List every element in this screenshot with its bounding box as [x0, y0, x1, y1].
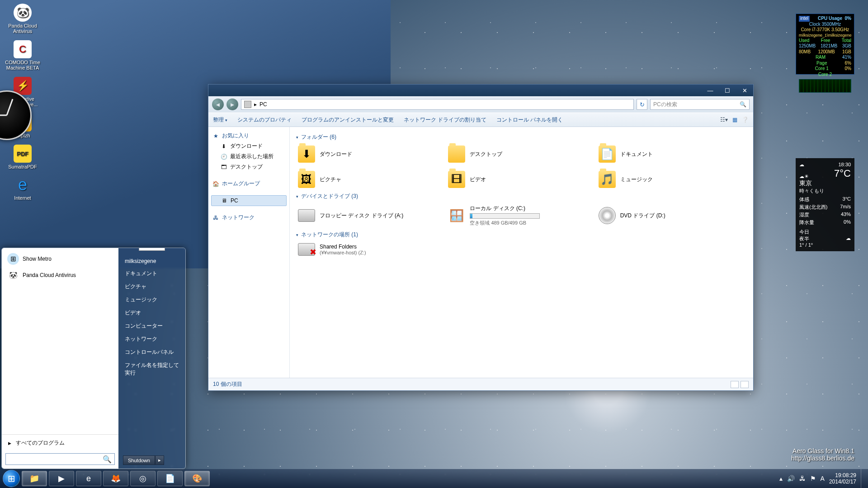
start-link[interactable]: ピクチャ: [123, 280, 181, 293]
nav-row: ◄ ► ▸ PC ↻ PCの検索 🔍: [208, 96, 753, 113]
taskbar-wmp[interactable]: ▶: [49, 471, 74, 486]
weather-line: 降水量0%: [799, 219, 851, 226]
sidebar-pc[interactable]: 🖥PC: [211, 195, 287, 206]
start-app[interactable]: 🐼Panda Cloud Antivirus: [4, 267, 117, 283]
sidebar-network[interactable]: 🖧ネットワーク: [211, 212, 287, 223]
volume-icon[interactable]: 🔊: [787, 475, 795, 482]
folder-icon: 🎞: [448, 171, 465, 188]
sidebar: ★お気に入り ⬇ダウンロード🕘最近表示した場所🗔デスクトップ 🏠ホームグループ …: [208, 127, 290, 378]
desktop-icon[interactable]: eInternet: [3, 174, 42, 205]
item-label: Shared Folders: [320, 244, 366, 250]
view-options-icon[interactable]: ☷▾: [720, 117, 728, 123]
folder-item[interactable]: 📄ドキュメント: [597, 144, 747, 164]
shutdown-button[interactable]: Shutdown: [123, 455, 155, 465]
close-button[interactable]: ✕: [736, 84, 753, 96]
user-tile[interactable]: 👤: [139, 248, 165, 251]
view-buttons[interactable]: [731, 381, 749, 388]
start-link[interactable]: コントロールパネル: [123, 346, 181, 359]
desktop-icon[interactable]: 🐼Panda CloudAntivirus: [3, 2, 42, 38]
weather-line: 湿度43%: [799, 211, 851, 218]
section-network[interactable]: ネットワークの場所 (1): [296, 228, 747, 241]
titlebar[interactable]: — ☐ ✕: [208, 84, 753, 96]
folder-icon: 🖼: [298, 171, 315, 188]
tb-sysprop[interactable]: システムのプロパティ: [237, 116, 292, 124]
item-sub: (¥¥vmware-host) (Z:): [320, 250, 366, 255]
toolbar: 整理 システムのプロパティ プログラムのアンインストールと変更 ネットワーク ド…: [208, 113, 753, 127]
app-label: Panda Cloud Antivirus: [23, 272, 76, 278]
section-folders[interactable]: フォルダー (6): [296, 131, 747, 144]
organize-menu[interactable]: 整理: [213, 116, 227, 124]
taskbar-paint[interactable]: 🎨: [184, 471, 210, 486]
show-desktop[interactable]: [861, 469, 865, 488]
desktop-icon[interactable]: PDFSumatraPDF: [3, 143, 42, 174]
tray-up-icon[interactable]: ▴: [779, 475, 783, 482]
item-label: ドキュメント: [620, 150, 653, 158]
taskbar-chrome[interactable]: ◎: [130, 471, 156, 486]
folder-item[interactable]: 🖼ピクチャ: [296, 169, 446, 190]
start-link[interactable]: ミュージック: [123, 293, 181, 306]
folder-item[interactable]: 🎵ミュージック: [597, 169, 747, 190]
sidebar-favorites[interactable]: ★お気に入り: [211, 131, 287, 141]
weather-gadget[interactable]: ☁18:30 ☁☀7°C 東京 時々くもり 体感3°C風速(北北西)7m/s湿度…: [796, 158, 854, 251]
sidebar-item[interactable]: 🗔デスクトップ: [211, 162, 287, 172]
folder-item[interactable]: デスクトップ: [446, 144, 596, 164]
all-programs[interactable]: すべてのプログラム: [2, 434, 118, 451]
tb-mapdrive[interactable]: ネットワーク ドライブの割り当て: [404, 116, 486, 124]
preview-pane-icon[interactable]: ▦: [732, 117, 737, 123]
taskbar-clock[interactable]: 19:08:292014/02/17: [829, 472, 856, 485]
address-bar[interactable]: ▸ PC: [241, 99, 634, 110]
minimize-button[interactable]: —: [702, 84, 719, 96]
folder-item[interactable]: 🎞ビデオ: [446, 169, 596, 190]
taskbar-explorer[interactable]: 📁: [22, 471, 47, 486]
start-app[interactable]: ⊞Show Metro: [4, 251, 117, 267]
drive-item[interactable]: 🪟ローカル ディスク (C:)空き領域 489 GB/499 GB: [446, 203, 596, 228]
taskbar-firefox[interactable]: 🦊: [103, 471, 128, 486]
item-label: フロッピー ディスク ドライブ (A:): [320, 212, 403, 220]
ime-indicator[interactable]: A: [821, 475, 825, 482]
desktop-icon[interactable]: CCOMODO TimeMachine BETA: [3, 38, 42, 75]
taskbar-ie[interactable]: e: [76, 471, 101, 486]
sidebar-homegroup[interactable]: 🏠ホームグループ: [211, 178, 287, 189]
back-button[interactable]: ◄: [212, 99, 224, 110]
section-drives[interactable]: デバイスとドライブ (3): [296, 190, 747, 203]
folder-item[interactable]: ⬇ダウンロード: [296, 144, 446, 164]
drive-item[interactable]: フロッピー ディスク ドライブ (A:): [296, 203, 446, 228]
network-icon[interactable]: 🖧: [799, 475, 806, 482]
maximize-button[interactable]: ☐: [719, 84, 736, 96]
system-tray[interactable]: ▴ 🔊 🖧 ⚑ A 19:08:292014/02/17: [779, 469, 865, 488]
sidebar-item-label: デスクトップ: [230, 163, 263, 171]
sidebar-item[interactable]: 🕘最近表示した場所: [211, 151, 287, 162]
start-button[interactable]: ⊞: [3, 470, 20, 487]
start-link[interactable]: ネットワーク: [123, 333, 181, 346]
taskbar-notepad[interactable]: 📄: [157, 471, 183, 486]
taskbar: ⊞ 📁▶e🦊◎📄🎨 ▴ 🔊 🖧 ⚑ A 19:08:292014/02/17: [0, 469, 868, 488]
start-link[interactable]: ファイル名を指定して実行: [123, 359, 181, 380]
cpu-gadget[interactable]: intelCPU Usage 0% Clock 3500MHz Core i7-…: [796, 14, 854, 75]
folder-icon: 📄: [599, 145, 616, 163]
shutdown-options[interactable]: ▸: [155, 455, 164, 465]
start-search[interactable]: 🔍: [5, 453, 115, 465]
network-item[interactable]: ✖Shared Folders(¥¥vmware-host) (Z:): [296, 241, 446, 258]
start-link[interactable]: ビデオ: [123, 306, 181, 319]
sidebar-item[interactable]: ⬇ダウンロード: [211, 141, 287, 151]
forward-button[interactable]: ►: [226, 99, 238, 110]
explorer-search[interactable]: PCの検索 🔍: [650, 99, 750, 110]
start-user[interactable]: milksizegene: [123, 255, 181, 267]
help-icon[interactable]: ❔: [742, 117, 749, 123]
item-count: 10 個の項目: [213, 380, 242, 388]
start-link[interactable]: ドキュメント: [123, 267, 181, 280]
cpu-graph: [799, 79, 851, 93]
drive-item[interactable]: DVD ドライブ (D:): [597, 203, 747, 228]
refresh-button[interactable]: ↻: [637, 99, 647, 110]
app-icon: C: [14, 40, 32, 58]
start-link[interactable]: コンピューター: [123, 319, 181, 333]
start-search-input[interactable]: [9, 456, 103, 462]
icon-label: Internet: [3, 195, 42, 201]
flag-icon[interactable]: ⚑: [810, 475, 816, 482]
search-icon: 🔍: [103, 455, 112, 464]
content-pane: フォルダー (6) ⬇ダウンロードデスクトップ📄ドキュメント🖼ピクチャ🎞ビデオ🎵…: [290, 127, 753, 378]
breadcrumb[interactable]: PC: [259, 101, 267, 108]
tb-uninstall[interactable]: プログラムのアンインストールと変更: [302, 116, 394, 124]
tb-cpanel[interactable]: コントロール パネルを開く: [496, 116, 563, 124]
item-label: ピクチャ: [320, 176, 341, 183]
